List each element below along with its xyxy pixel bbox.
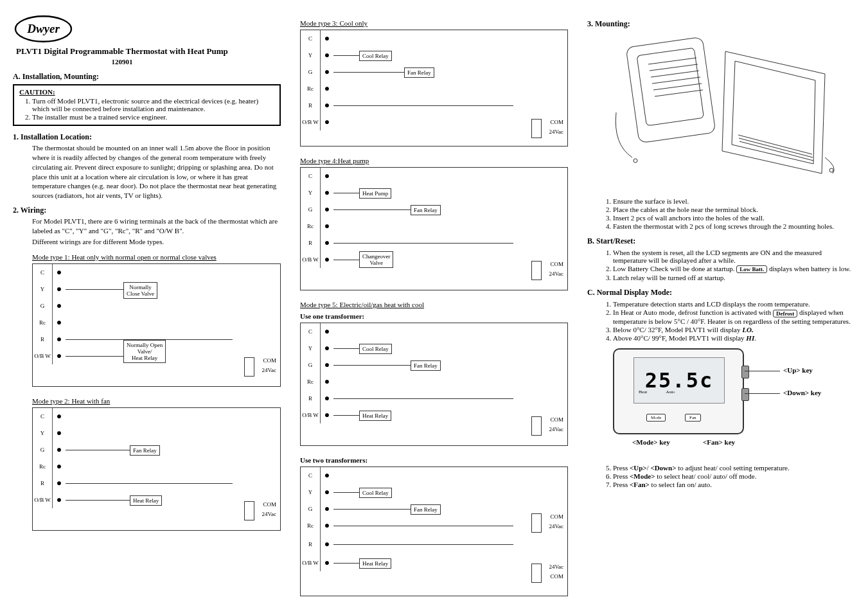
normally-close-valve-box: Normally Close Valve bbox=[123, 282, 157, 299]
cool-relay-box: Cool Relay bbox=[359, 344, 392, 354]
terminal-y: Y bbox=[301, 340, 321, 357]
supply-com: COM bbox=[550, 573, 563, 580]
wiring-text: Different wirings are for different Mode… bbox=[32, 237, 281, 247]
mode3-diagram: C● Y● Cool Relay G● Fan Relay Rc● R● O/B… bbox=[300, 30, 568, 147]
mode4-caption: Mode type 4:Heat pump bbox=[300, 157, 568, 164]
installation-location-heading: 1. Installation Location: bbox=[13, 132, 281, 142]
normal-display-item: Press <Up>/ <Down> to adjust heat/ cool … bbox=[613, 464, 855, 472]
heat-relay-box: Heat Relay bbox=[359, 411, 391, 421]
start-reset-item: Low Battery Check will be done at startu… bbox=[613, 265, 855, 273]
mode5b-diagram: C● Y● Cool Relay G● Fan Relay Rc● R● O/B… bbox=[300, 466, 568, 596]
caution-box: CAUTION: Turn off Model PLVT1, electroni… bbox=[13, 84, 281, 126]
terminal-g: G bbox=[33, 441, 53, 458]
terminal-c: C bbox=[301, 323, 321, 340]
mode4-diagram: C● Y● Heat Pump G● Fan Relay Rc● R● O/B … bbox=[300, 167, 568, 290]
fan-relay-box: Fan Relay bbox=[411, 504, 441, 515]
terminal-g: G bbox=[301, 201, 321, 218]
supply-24vac: 24Vac bbox=[262, 511, 277, 517]
mode5a-diagram: C● Y● Cool Relay G● Fan Relay Rc● R● O/B… bbox=[300, 323, 568, 446]
terminal-y: Y bbox=[301, 47, 321, 64]
mode3-caption: Mode type 3: Cool only bbox=[300, 19, 568, 27]
mounting-illustration bbox=[613, 35, 855, 191]
up-key-label: <Up> key bbox=[783, 366, 813, 374]
mode2-caption: Mode type 2: Heat with fan bbox=[32, 397, 281, 405]
svg-line-4 bbox=[648, 58, 696, 64]
terminal-c: C bbox=[301, 168, 321, 184]
svg-line-7 bbox=[652, 77, 700, 84]
terminal-rc: Rc bbox=[33, 458, 53, 475]
mode5-caption: Mode type 5: Electric/oil/gas heat with … bbox=[300, 301, 568, 308]
caution-heading: CAUTION: bbox=[19, 88, 55, 96]
caution-item: Turn off Model PLVT1, electronic source … bbox=[32, 97, 274, 112]
terminal-ow: O/B W bbox=[301, 407, 321, 423]
terminal-y: Y bbox=[33, 425, 53, 441]
terminal-r: R bbox=[301, 534, 321, 555]
supply-24vac: 24Vac bbox=[549, 129, 564, 135]
terminal-g: G bbox=[301, 357, 321, 373]
down-button[interactable] bbox=[741, 388, 749, 401]
heat-relay-box: Heat Relay bbox=[359, 558, 391, 569]
fan-relay-box: Fan Relay bbox=[130, 445, 160, 456]
mount-step: Ensure the surface is level. bbox=[613, 197, 855, 205]
mode-key-label: <Mode> key bbox=[632, 438, 670, 446]
terminal-r: R bbox=[301, 390, 321, 407]
terminal-rc: Rc bbox=[301, 80, 321, 97]
terminal-g: G bbox=[301, 501, 321, 517]
mode-button[interactable]: Mode bbox=[646, 414, 666, 422]
wiring-heading: 2. Wiring: bbox=[13, 206, 281, 215]
svg-line-5 bbox=[650, 64, 698, 71]
terminal-rc: Rc bbox=[301, 373, 321, 390]
dwyer-logo: Dwyer bbox=[13, 13, 74, 46]
supply-com: COM bbox=[550, 416, 563, 423]
lcd-heat-label: Heat bbox=[639, 389, 647, 395]
terminal-ow: O/B W bbox=[301, 251, 321, 268]
svg-line-6 bbox=[651, 71, 699, 77]
supply-com: COM bbox=[263, 357, 276, 364]
terminal-y: Y bbox=[33, 281, 53, 298]
svg-point-11 bbox=[829, 168, 833, 172]
terminal-r: R bbox=[301, 235, 321, 251]
fan-button[interactable]: Fan bbox=[685, 414, 701, 422]
use-one-transformer: Use one transformer: bbox=[300, 312, 568, 320]
low-batt-badge: Low Batt. bbox=[736, 265, 767, 273]
heat-pump-box: Heat Pump bbox=[359, 188, 391, 199]
section-c-heading: C. Normal Display Mode: bbox=[587, 288, 855, 298]
defrost-badge: Defrost bbox=[773, 310, 797, 317]
terminal-c: C bbox=[301, 30, 321, 47]
fan-relay-box: Fan Relay bbox=[411, 360, 441, 371]
section-b-heading: B. Start/Reset: bbox=[587, 236, 855, 246]
svg-point-10 bbox=[633, 159, 637, 163]
doc-title: PLVT1 Digital Programmable Thermostat wi… bbox=[16, 46, 228, 57]
svg-rect-3 bbox=[637, 48, 704, 125]
section-a-heading: A. Installation, Mounting: bbox=[13, 72, 281, 82]
normal-display-item: In Heat or Auto mode, defrost function i… bbox=[613, 308, 855, 324]
mount-step: Fasten the thermostat with 2 pcs of long… bbox=[613, 222, 855, 230]
lcd-screen: 25.5c bbox=[633, 357, 725, 404]
terminal-y: Y bbox=[301, 184, 321, 201]
terminal-c: C bbox=[33, 408, 53, 425]
terminal-r: R bbox=[33, 331, 53, 348]
supply-com: COM bbox=[550, 261, 563, 267]
mode2-diagram: C● Y● G● Fan Relay Rc● R● O/B W● Heat Re… bbox=[32, 407, 281, 531]
up-button[interactable] bbox=[741, 366, 749, 378]
normal-display-item: Press <Mode> to select heat/ cool/ auto/… bbox=[613, 472, 855, 480]
changeover-valve-box: Changeover Valve bbox=[359, 251, 393, 268]
svg-line-8 bbox=[653, 84, 702, 90]
terminal-y: Y bbox=[301, 484, 321, 501]
installation-location-text: The thermostat should be mounted on an i… bbox=[32, 143, 281, 200]
supply-24vac: 24Vac bbox=[549, 271, 564, 277]
supply-com: COM bbox=[550, 513, 563, 520]
fan-relay-box: Fan Relay bbox=[404, 67, 434, 78]
terminal-ow: O/B W bbox=[301, 555, 321, 571]
supply-24vac: 24Vac bbox=[262, 367, 277, 373]
cool-relay-box: Cool Relay bbox=[359, 488, 392, 498]
use-two-transformers: Use two transformers: bbox=[300, 456, 568, 464]
terminal-rc: Rc bbox=[301, 218, 321, 235]
wiring-text: For Model PLVT1, there are 6 wiring term… bbox=[32, 217, 281, 236]
terminal-rc: Rc bbox=[301, 517, 321, 534]
cool-relay-box: Cool Relay bbox=[359, 51, 392, 61]
terminal-c: C bbox=[33, 264, 53, 281]
fan-key-label: <Fan> key bbox=[703, 438, 735, 446]
terminal-r: R bbox=[301, 97, 321, 114]
terminal-c: C bbox=[301, 467, 321, 484]
